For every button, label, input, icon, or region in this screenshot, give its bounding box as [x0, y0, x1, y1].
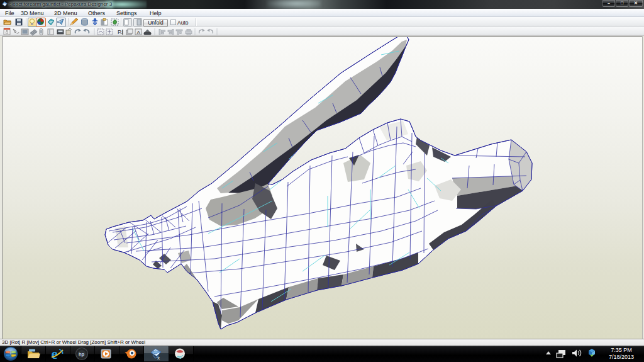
svg-text:P: P — [118, 29, 121, 35]
svg-text:A: A — [137, 30, 141, 35]
svg-text:x: x — [157, 355, 160, 361]
svg-text:e: e — [52, 346, 58, 362]
svg-text:hp: hp — [79, 351, 85, 357]
